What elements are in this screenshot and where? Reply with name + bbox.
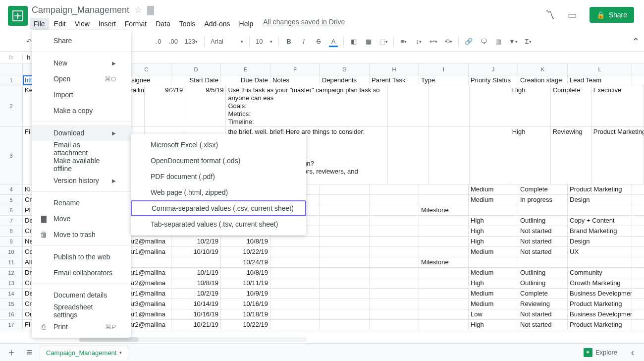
cell[interactable]: 10/1/19 (171, 268, 221, 278)
cell[interactable] (518, 257, 568, 268)
comments-icon[interactable]: ▭ (567, 9, 579, 21)
cell[interactable] (370, 309, 419, 320)
cell[interactable] (419, 216, 469, 226)
cell[interactable]: 10/18/19 (221, 309, 270, 320)
file-version-history[interactable]: Version history▶ (32, 173, 131, 188)
cell[interactable]: 10/9/19 (221, 289, 270, 299)
cell[interactable]: 10/11/19 (221, 278, 270, 289)
cell[interactable] (429, 127, 469, 184)
download-html[interactable]: Web page (.html, zipped) (131, 184, 306, 200)
cell[interactable]: Growth Marketing (568, 278, 632, 289)
comment-button[interactable]: 🗨 (477, 35, 490, 49)
cell[interactable]: Low (469, 309, 518, 320)
cell[interactable]: In progress (518, 195, 568, 205)
add-sheet-button[interactable]: ＋ (4, 345, 19, 360)
file-trash[interactable]: 🗑Move to trash (32, 227, 131, 242)
explore-button[interactable]: Explore (579, 346, 622, 359)
cell[interactable] (419, 289, 469, 299)
row-header[interactable]: 15 (0, 299, 22, 309)
cell[interactable]: Medium (469, 184, 518, 195)
cell[interactable]: Medium (469, 289, 518, 299)
cell[interactable] (419, 184, 469, 195)
cell[interactable] (370, 205, 419, 216)
cell[interactable] (270, 299, 320, 309)
cell[interactable] (320, 268, 370, 278)
cell[interactable]: Medium (469, 195, 518, 205)
col-header[interactable]: J (469, 63, 518, 75)
cell[interactable]: 10/8/19 (221, 268, 270, 278)
valign-button[interactable]: ↕▾ (412, 35, 426, 49)
cell[interactable]: 10/16/19 (221, 299, 270, 309)
cell[interactable] (419, 278, 469, 289)
col-header[interactable]: D (171, 63, 221, 75)
cell[interactable] (419, 247, 469, 257)
cell[interactable]: Business Developmen (568, 289, 632, 299)
cell[interactable]: 10/8/19 (221, 237, 270, 247)
row-header[interactable]: 6 (0, 205, 22, 216)
col-header[interactable]: K (518, 63, 568, 75)
cell[interactable]: Reviewing (551, 127, 591, 184)
cell[interactable]: Outlining (518, 268, 568, 278)
cell[interactable]: Medium (469, 299, 518, 309)
cell[interactable]: Due Date (221, 75, 270, 85)
filter-button[interactable]: ▼▾ (506, 35, 520, 49)
cell[interactable]: 10/22/19 (221, 247, 270, 257)
col-header[interactable]: E (221, 63, 270, 75)
folder-icon[interactable]: ▇ (147, 4, 154, 15)
row-header[interactable]: 2 (0, 85, 22, 127)
cell[interactable]: Notes (270, 75, 320, 85)
cell[interactable] (370, 237, 419, 247)
toolbar-collapse-icon[interactable]: ⌃ (632, 36, 640, 48)
cell[interactable] (388, 85, 429, 127)
row-header[interactable]: 12 (0, 268, 22, 278)
functions-button[interactable]: Σ▾ (521, 35, 535, 49)
menu-file[interactable]: File (30, 18, 49, 30)
cell[interactable] (270, 237, 320, 247)
cell[interactable]: Type (419, 75, 469, 85)
cell[interactable]: High (469, 278, 518, 289)
cell[interactable] (320, 216, 370, 226)
cell[interactable]: 10/14/19 (171, 299, 221, 309)
row-header[interactable]: 1 (0, 75, 22, 85)
font-size-select[interactable]: 10▾ (253, 36, 275, 47)
cell[interactable] (419, 226, 469, 237)
cell[interactable]: Business Developmen (568, 309, 632, 320)
menu-data[interactable]: Data (152, 18, 174, 30)
cell[interactable] (419, 309, 469, 320)
cell[interactable] (388, 127, 429, 184)
borders-button[interactable]: ▦ (362, 35, 376, 49)
cell[interactable]: 10/2/19 (171, 289, 221, 299)
menu-help[interactable]: Help (235, 18, 258, 30)
cell[interactable] (370, 320, 419, 330)
cell[interactable] (320, 247, 370, 257)
col-header[interactable]: F (270, 63, 320, 75)
row-header[interactable]: 13 (0, 278, 22, 289)
menu-edit[interactable]: Edit (50, 18, 70, 30)
row-header[interactable]: 11 (0, 257, 22, 268)
cell[interactable]: Medium (469, 247, 518, 257)
cell[interactable]: High (510, 127, 551, 184)
merge-button[interactable]: ⬚▾ (376, 35, 390, 49)
col-header[interactable]: L (568, 63, 632, 75)
col-header[interactable]: I (419, 63, 469, 75)
row-headers[interactable]: 1234567891011121314151617 (0, 75, 23, 330)
cell[interactable]: Milestone (419, 205, 469, 216)
cell[interactable] (270, 257, 320, 268)
sheets-logo[interactable] (8, 6, 28, 26)
download-pdf[interactable]: PDF document (.pdf) (131, 169, 306, 184)
cell[interactable]: Not started (518, 226, 568, 237)
cell[interactable] (370, 278, 419, 289)
cell[interactable]: Complete (518, 289, 568, 299)
cell[interactable] (320, 184, 370, 195)
file-email-collab[interactable]: Email collaborators (32, 265, 131, 281)
cell[interactable]: High (469, 216, 518, 226)
chart-button[interactable]: ▥ (491, 35, 505, 49)
cell[interactable] (419, 268, 469, 278)
file-open[interactable]: Open⌘O (32, 71, 131, 87)
sheet-tab-active[interactable]: Campaign_Management▾ (40, 346, 128, 360)
cell[interactable] (270, 247, 320, 257)
row-header[interactable]: 17 (0, 320, 22, 330)
cell[interactable] (270, 268, 320, 278)
file-new[interactable]: New▶ (32, 55, 131, 71)
file-rename[interactable]: Rename (32, 195, 131, 211)
